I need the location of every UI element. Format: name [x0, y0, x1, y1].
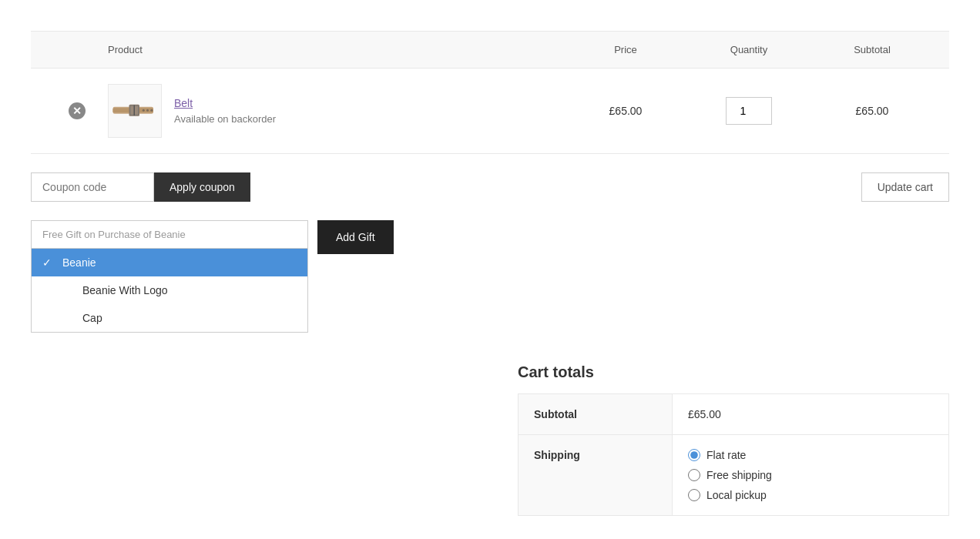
gift-option-cap[interactable]: Cap — [32, 304, 307, 332]
gift-dropdown-wrapper: Free Gift on Purchase of Beanie ✓ Beanie… — [31, 220, 308, 333]
shipping-option-label: Flat rate — [706, 449, 746, 461]
subtotal-label: Subtotal — [519, 394, 673, 434]
check-icon: ✓ — [42, 256, 55, 269]
price-cell: £65.00 — [564, 105, 687, 117]
shipping-radio-flat-rate[interactable] — [688, 449, 700, 461]
table-row: ✕ Bel — [31, 69, 949, 154]
coupon-row: Apply coupon Update cart — [31, 154, 949, 220]
apply-coupon-button[interactable]: Apply coupon — [154, 172, 250, 202]
cart-table-header: Product Price Quantity Subtotal — [31, 31, 949, 69]
gift-option-label: Cap — [82, 312, 102, 324]
svg-point-5 — [143, 109, 145, 112]
svg-point-7 — [150, 109, 153, 112]
col-header-product: Product — [108, 44, 564, 55]
shipping-options: Flat rate Free shipping Local pickup — [688, 449, 933, 501]
shipping-option-local-pickup[interactable]: Local pickup — [688, 489, 933, 501]
add-gift-button[interactable]: Add Gift — [317, 220, 394, 254]
gift-option-beanie-logo[interactable]: Beanie With Logo — [32, 276, 307, 304]
cart-totals-box: Cart totals Subtotal £65.00 Shipping Fla… — [518, 363, 949, 516]
subtotal-value: £65.00 — [673, 394, 948, 434]
shipping-label: Shipping — [519, 435, 673, 515]
shipping-option-flat-rate[interactable]: Flat rate — [688, 449, 933, 461]
col-header-quantity: Quantity — [687, 44, 811, 55]
remove-icon[interactable]: ✕ — [69, 102, 86, 119]
subtotal-cell: £65.00 — [811, 105, 934, 117]
quantity-input[interactable] — [726, 97, 772, 125]
shipping-option-label: Local pickup — [706, 489, 767, 501]
svg-point-6 — [146, 109, 149, 112]
shipping-option-free[interactable]: Free shipping — [688, 469, 933, 481]
remove-item-button[interactable]: ✕ — [46, 102, 108, 119]
quantity-cell — [687, 97, 811, 125]
gift-options-list: ✓ Beanie Beanie With Logo Cap — [31, 248, 308, 333]
shipping-radio-free[interactable] — [688, 469, 700, 481]
shipping-radio-local-pickup[interactable] — [688, 489, 700, 501]
gift-option-label: Beanie With Logo — [82, 284, 168, 296]
cart-totals-section: Cart totals Subtotal £65.00 Shipping Fla… — [31, 363, 949, 516]
gift-section: Free Gift on Purchase of Beanie ✓ Beanie… — [31, 220, 949, 333]
page-wrapper: Product Price Quantity Subtotal ✕ — [0, 0, 980, 539]
gift-option-beanie[interactable]: ✓ Beanie — [32, 249, 307, 276]
cart-totals-title: Cart totals — [518, 363, 949, 381]
totals-subtotal-row: Subtotal £65.00 — [519, 394, 948, 435]
product-cell: Belt Available on backorder — [108, 84, 564, 138]
coupon-input[interactable] — [31, 172, 154, 202]
product-info: Belt Available on backorder — [174, 97, 276, 125]
product-image — [108, 84, 162, 138]
totals-table: Subtotal £65.00 Shipping Flat rate — [518, 393, 949, 516]
col-header-subtotal: Subtotal — [811, 44, 934, 55]
shipping-options-cell: Flat rate Free shipping Local pickup — [673, 435, 948, 515]
gift-dropdown-label: Free Gift on Purchase of Beanie — [31, 220, 308, 248]
update-cart-button[interactable]: Update cart — [861, 172, 949, 202]
gift-option-label: Beanie — [62, 256, 96, 269]
product-link[interactable]: Belt — [174, 97, 276, 109]
shipping-option-label: Free shipping — [706, 469, 772, 481]
col-header-price: Price — [564, 44, 687, 55]
coupon-left: Apply coupon — [31, 172, 250, 202]
product-status: Available on backorder — [174, 113, 276, 125]
totals-shipping-row: Shipping Flat rate Free shipping — [519, 435, 948, 515]
